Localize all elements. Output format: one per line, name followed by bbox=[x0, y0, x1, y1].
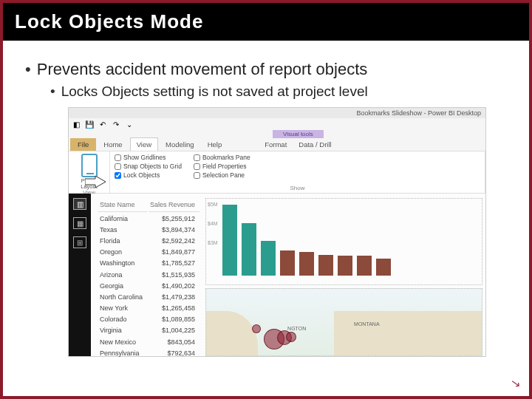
map-land bbox=[334, 311, 482, 355]
table-row: California$5,255,912 bbox=[98, 214, 200, 223]
ytick: $4M bbox=[208, 221, 218, 226]
contextual-tab-group: Visual tools Format Data / Drill bbox=[259, 130, 337, 151]
checkbox-icon[interactable] bbox=[115, 172, 121, 179]
check-lock-objects[interactable]: Lock Objects bbox=[115, 171, 182, 179]
map-label: MONTANA bbox=[354, 321, 379, 327]
report-canvas-row: ▥ ▦ ⊞ State Name Sales Revenue Californi… bbox=[69, 194, 485, 356]
bar bbox=[318, 255, 333, 276]
phone-icon bbox=[81, 154, 98, 177]
table-row: Texas$3,894,374 bbox=[98, 225, 200, 234]
screenshot-powerbi: Bookmarks Slideshow - Power BI Desktop ◧… bbox=[68, 107, 486, 357]
bar bbox=[299, 252, 314, 276]
window-titlebar: Bookmarks Slideshow - Power BI Desktop bbox=[69, 108, 485, 118]
check-bookmarks-pane[interactable]: Bookmarks Pane bbox=[194, 154, 250, 161]
checkbox-icon[interactable] bbox=[115, 163, 121, 170]
contextual-group-label: Visual tools bbox=[273, 130, 324, 138]
slide-body: •Prevents accident movement of report ob… bbox=[3, 41, 529, 396]
tab-view[interactable]: View bbox=[130, 137, 158, 151]
checkbox-icon[interactable] bbox=[194, 163, 200, 170]
bar bbox=[242, 223, 256, 276]
tab-home[interactable]: Home bbox=[98, 138, 128, 151]
table-row: Oregon$1,849,877 bbox=[98, 248, 200, 257]
bar-chart[interactable]: $5M $4M $3M bbox=[205, 198, 482, 285]
table-row: Florida$2,592,242 bbox=[98, 236, 200, 245]
check-field-properties[interactable]: Field Properties bbox=[194, 163, 250, 170]
ribbon-body: PhoneLayout View Show Gridlines Snap Obj… bbox=[69, 151, 485, 194]
right-visuals: $5M $4M $3M NGTONMONTANA bbox=[205, 198, 482, 356]
bullet1-text: Prevents accident movement of report obj… bbox=[37, 60, 368, 78]
map-bubble bbox=[286, 332, 296, 342]
slide-frame: Lock Objects Mode •Prevents accident mov… bbox=[0, 0, 532, 399]
tab-modeling[interactable]: Modeling bbox=[160, 138, 200, 151]
tab-data-drill[interactable]: Data / Drill bbox=[293, 138, 337, 151]
table-row: Pennsylvania$792,634 bbox=[98, 348, 200, 358]
ribbon-group-view: PhoneLayout View bbox=[69, 151, 110, 193]
check-show-gridlines[interactable]: Show Gridlines bbox=[115, 154, 182, 161]
bar bbox=[376, 259, 391, 276]
checkbox-icon[interactable] bbox=[194, 154, 200, 161]
report-canvas: State Name Sales Revenue California$5,25… bbox=[91, 194, 485, 356]
bar bbox=[280, 250, 295, 276]
bar bbox=[338, 256, 352, 276]
map-coast bbox=[206, 311, 258, 355]
ribbon-group-show: Show Gridlines Snap Objects to Grid Lock… bbox=[110, 151, 485, 193]
arrow-annotation bbox=[85, 176, 106, 186]
svg-marker-0 bbox=[85, 176, 106, 188]
table-row: Georgia$1,490,202 bbox=[98, 281, 200, 290]
checks-left: Show Gridlines Snap Objects to Grid Lock… bbox=[115, 154, 182, 179]
map-label: NGTON bbox=[287, 326, 306, 331]
tab-format[interactable]: Format bbox=[259, 138, 293, 151]
corner-logo-icon: ↘ bbox=[509, 375, 521, 391]
col-state: State Name bbox=[98, 200, 147, 212]
window-title-text: Bookmarks Slideshow - Power BI Desktop bbox=[356, 109, 481, 117]
sales-table[interactable]: State Name Sales Revenue California$5,25… bbox=[97, 198, 201, 359]
col-revenue: Sales Revenue bbox=[149, 200, 200, 212]
nav-report-icon[interactable]: ▥ bbox=[73, 198, 86, 210]
bar bbox=[357, 256, 372, 276]
table-row: North Carolina$1,479,238 bbox=[98, 292, 200, 301]
check-selection-pane[interactable]: Selection Pane bbox=[194, 171, 250, 179]
table-row: New Mexico$843,054 bbox=[98, 337, 200, 347]
bar bbox=[261, 241, 276, 276]
checks-right: Bookmarks Pane Field Properties Selectio… bbox=[194, 154, 250, 179]
table-row: Arizona$1,515,935 bbox=[98, 270, 200, 279]
bullet2-text: Locks Objects setting is not saved at pr… bbox=[61, 83, 368, 99]
table-row: Colorado$1,089,855 bbox=[98, 315, 200, 324]
ytick: $3M bbox=[208, 240, 218, 245]
nav-model-icon[interactable]: ⊞ bbox=[73, 236, 86, 248]
group-label-show: Show bbox=[115, 185, 480, 191]
file-tab[interactable]: File bbox=[70, 138, 96, 151]
ribbon-tabs: File Home View Modeling Help Visual tool… bbox=[69, 130, 485, 151]
checkbox-icon[interactable] bbox=[194, 172, 200, 179]
undo-icon[interactable]: ↶ bbox=[98, 120, 107, 129]
table-row: Virginia$1,004,225 bbox=[98, 326, 200, 335]
checkbox-icon[interactable] bbox=[115, 154, 121, 161]
bullet-level-1: •Prevents accident movement of report ob… bbox=[25, 60, 514, 79]
redo-icon[interactable]: ↷ bbox=[112, 120, 120, 129]
left-nav: ▥ ▦ ⊞ bbox=[69, 194, 91, 356]
phone-layout-button[interactable]: PhoneLayout bbox=[73, 154, 105, 189]
check-snap-to-grid[interactable]: Snap Objects to Grid bbox=[115, 163, 182, 170]
qat-dropdown-icon[interactable]: ⌄ bbox=[125, 120, 134, 129]
bullet-level-2: •Locks Objects setting is not saved at p… bbox=[50, 83, 514, 100]
map-bubble bbox=[252, 324, 261, 333]
save-icon[interactable]: 💾 bbox=[85, 120, 94, 129]
tab-help[interactable]: Help bbox=[202, 138, 228, 151]
nav-data-icon[interactable]: ▦ bbox=[73, 217, 86, 229]
slide-title: Lock Objects Mode bbox=[3, 3, 529, 41]
table-row: Washington$1,785,527 bbox=[98, 259, 200, 268]
bar bbox=[222, 205, 237, 276]
quick-access-toolbar: ◧ 💾 ↶ ↷ ⌄ bbox=[69, 118, 485, 130]
ytick: $5M bbox=[208, 202, 218, 207]
table-row: New York$1,265,458 bbox=[98, 304, 200, 313]
app-icon: ◧ bbox=[72, 120, 81, 129]
map-visual[interactable]: NGTONMONTANA bbox=[205, 288, 482, 356]
